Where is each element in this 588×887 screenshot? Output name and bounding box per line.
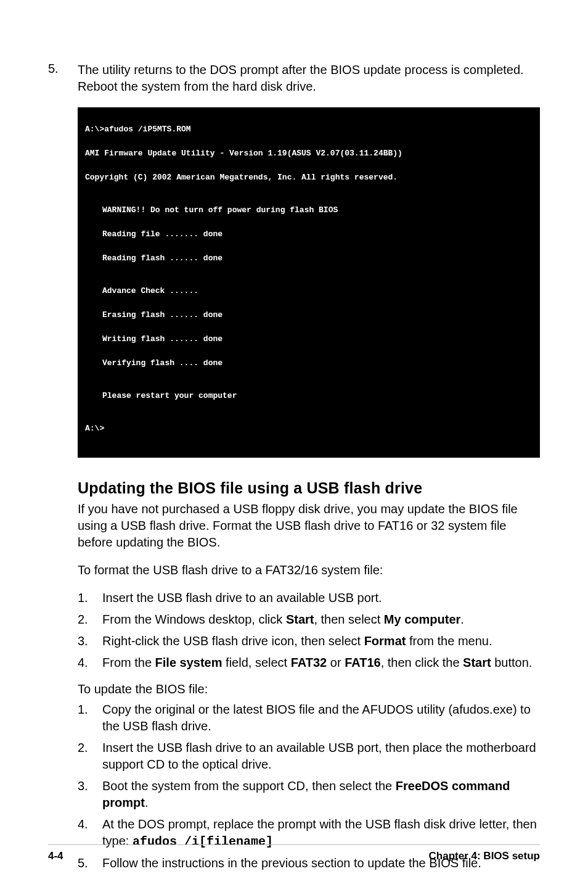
- list-item: 4. From the File system field, select FA…: [78, 654, 540, 671]
- list-number: 2.: [78, 740, 102, 773]
- terminal-line: AMI Firmware Update Utility - Version 1.…: [85, 147, 533, 160]
- terminal-line: WARNING!! Do not turn off power during f…: [102, 204, 533, 217]
- terminal-line: Reading flash ...... done: [102, 252, 533, 265]
- list-text: Right-click the USB flash drive icon, th…: [102, 633, 540, 650]
- list-item: 1. Insert the USB flash drive to an avai…: [78, 590, 540, 606]
- intro-text: The utility returns to the DOS prompt af…: [78, 62, 540, 95]
- paragraph: To format the USB flash drive to a FAT32…: [78, 562, 540, 579]
- terminal-line: Verifying flash .... done: [102, 357, 533, 369]
- terminal-line: A:\>afudos /iP5MTS.ROM: [85, 123, 533, 136]
- paragraph: To update the BIOS file:: [78, 681, 540, 698]
- page-number: 4-4: [48, 850, 63, 862]
- terminal-line: Copyright (C) 2002 American Megatrends, …: [85, 171, 533, 184]
- list-text: From the Windows desktop, click Start, t…: [102, 611, 540, 628]
- list-item: 1. Copy the original or the latest BIOS …: [78, 701, 540, 735]
- list-number: 3.: [78, 778, 102, 811]
- chapter-label: Chapter 4: BIOS setup: [429, 850, 540, 862]
- list-text: Boot the system from the support CD, the…: [102, 778, 540, 811]
- terminal-line: Writing flash ...... done: [102, 333, 533, 345]
- terminal-line: Advance Check ......: [102, 285, 533, 297]
- intro-step: 5. The utility returns to the DOS prompt…: [48, 62, 540, 95]
- list-number: 4.: [78, 654, 102, 671]
- terminal-output: A:\>afudos /iP5MTS.ROM AMI Firmware Upda…: [78, 107, 540, 458]
- intro-number: 5.: [48, 62, 78, 95]
- list-text: Insert the USB flash drive to an availab…: [102, 590, 540, 606]
- terminal-line: Erasing flash ...... done: [102, 309, 533, 321]
- list-number: 2.: [78, 611, 102, 628]
- list-text: Copy the original or the latest BIOS fil…: [102, 701, 540, 735]
- format-steps-list: 1. Insert the USB flash drive to an avai…: [78, 590, 540, 671]
- terminal-line: Please restart your computer: [102, 390, 533, 402]
- paragraph: If you have not purchased a USB floppy d…: [78, 501, 540, 551]
- section-heading: Updating the BIOS file using a USB flash…: [78, 479, 540, 497]
- list-item: 2. Insert the USB flash drive to an avai…: [78, 740, 540, 773]
- terminal-prompt: A:\>: [85, 423, 533, 435]
- list-number: 1.: [78, 701, 102, 735]
- terminal-line: Reading file ....... done: [102, 228, 533, 241]
- list-number: 3.: [78, 633, 102, 650]
- list-item: 2. From the Windows desktop, click Start…: [78, 611, 540, 628]
- page-footer: 4-4 Chapter 4: BIOS setup: [48, 844, 540, 862]
- list-item: 3. Boot the system from the support CD, …: [78, 778, 540, 811]
- list-text: From the File system field, select FAT32…: [102, 654, 540, 671]
- list-number: 1.: [78, 590, 102, 606]
- list-text: Insert the USB flash drive to an availab…: [102, 740, 540, 773]
- list-item: 3. Right-click the USB flash drive icon,…: [78, 633, 540, 650]
